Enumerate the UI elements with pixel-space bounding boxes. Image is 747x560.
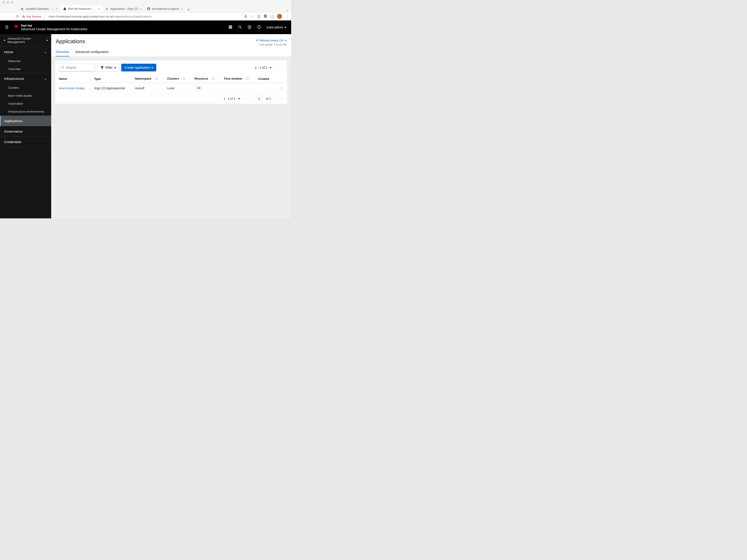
pager-next-icon[interactable]: › <box>280 66 283 69</box>
browser-tab[interactable]: burrsutter/acm-argocd × <box>145 5 185 12</box>
extension-icon[interactable]: ▥ <box>257 14 260 19</box>
col-type[interactable]: Type↕ <box>91 75 131 83</box>
col-name[interactable]: Name↕ <box>55 75 91 83</box>
pager-first-icon[interactable]: « <box>243 97 247 100</box>
bookmark-icon[interactable]: ☆ <box>251 14 254 19</box>
caret-down-icon[interactable]: ▾ <box>270 66 272 69</box>
tab-close-icon[interactable]: × <box>55 7 58 11</box>
browser-toolbar-right: ☆ ▥ ◫ ⋮ <box>244 14 289 19</box>
brand-bottom: Advanced Cluster Management for Kubernet… <box>21 27 87 31</box>
traffic-minimize[interactable] <box>7 1 9 4</box>
add-icon[interactable] <box>248 25 251 29</box>
hamburger-icon[interactable]: ☰ <box>5 25 9 30</box>
col-namespace[interactable]: Namespace↕ⓘ <box>131 75 163 83</box>
search-box[interactable] <box>59 64 95 71</box>
forward-icon[interactable]: → <box>9 14 13 19</box>
browser-tab[interactable]: ◉ Applications - Argo CD × <box>103 5 145 12</box>
traffic-close[interactable] <box>2 1 5 4</box>
nav-item-infra-env[interactable]: Infrastructure environments <box>0 108 51 116</box>
user-menu[interactable]: kube:admin ▾ <box>267 25 286 29</box>
reload-icon[interactable]: ⟳ <box>16 14 19 19</box>
nav-item-overview[interactable]: Overview <box>0 65 51 73</box>
search-input[interactable] <box>66 66 93 69</box>
help-icon[interactable]: ⓘ <box>212 77 214 80</box>
browser-tab[interactable]: ◐ Installed Operators · Red Hat O × <box>18 5 60 12</box>
perspective-switcher[interactable]: ✦ Advanced Cluster Management ▾ <box>0 34 51 47</box>
nav-section-label: Home <box>4 50 13 54</box>
tab-advanced-config[interactable]: Advanced configuration <box>75 50 108 56</box>
caret-down-icon: ▾ <box>285 39 287 42</box>
nav-item-bare-metal[interactable]: Bare metal assets <box>0 92 51 100</box>
col-resource[interactable]: Resource↕ⓘ <box>191 75 220 83</box>
tab-list-chevron-icon[interactable]: ⌄ <box>283 8 291 12</box>
tab-close-icon[interactable]: × <box>98 7 101 11</box>
applications-card: Filter ▾ Create application ▾ 1 - 1 of 1… <box>55 60 287 104</box>
traffic-zoom[interactable] <box>11 1 14 4</box>
app-type[interactable]: Argo CD ApplicationSet <box>94 86 125 90</box>
pager-prev-icon[interactable]: ‹ <box>274 66 278 69</box>
app-launcher-icon[interactable] <box>229 25 232 29</box>
profile-avatar[interactable] <box>277 14 282 19</box>
row-actions-kebab-icon[interactable]: ⋮ <box>277 83 287 93</box>
redhat-logo-icon <box>14 24 19 30</box>
create-application-button[interactable]: Create application ▾ <box>121 64 156 71</box>
security-indicator[interactable]: Not Secure <box>22 15 41 18</box>
extensions-puzzle-icon[interactable] <box>264 14 267 19</box>
refresh-dropdown[interactable]: ⟳ Refresh every 15s ▾ <box>256 39 287 42</box>
nav-section-infrastructure[interactable]: Infrastructure ⌄ <box>0 73 51 84</box>
share-icon[interactable] <box>244 14 248 19</box>
tab-close-icon[interactable]: × <box>180 7 183 11</box>
caret-down-icon: ▾ <box>152 66 153 69</box>
table-row: local-cluster-myapp Argo CD ApplicationS… <box>55 83 287 93</box>
pager-last-icon[interactable]: » <box>280 97 283 100</box>
kebab-menu-icon[interactable]: ⋮ <box>285 14 289 19</box>
nav-item-credentials[interactable]: Credentials <box>0 137 51 147</box>
last-update: Last update: 5:19:24 PM <box>256 43 287 46</box>
nav-item-applications[interactable]: Applications <box>0 116 51 126</box>
help-icon[interactable]: ⓘ <box>246 77 249 80</box>
panel-icon[interactable]: ◫ <box>271 14 274 19</box>
url-bar[interactable]: https://multicloud-console.apps.london.b… <box>48 15 241 18</box>
chevron-down-icon: ⌄ <box>44 76 47 80</box>
page-number-input[interactable] <box>256 96 263 101</box>
nav-item-governance[interactable]: Governance <box>0 126 51 136</box>
nav-item-clusters[interactable]: Clusters <box>0 84 51 92</box>
page-title: Applications <box>56 38 85 45</box>
url-host: ://multicloud-console.apps.london.burr-o… <box>55 15 120 18</box>
filter-button[interactable]: Filter ▾ <box>98 64 119 71</box>
search-icon[interactable] <box>238 25 242 29</box>
nav-item-welcome[interactable]: Welcome <box>0 57 51 65</box>
caret-down-icon[interactable]: ▾ <box>238 97 240 100</box>
sort-icon: ↕ <box>243 77 245 80</box>
col-clusters[interactable]: Clusters↕ⓘ <box>163 75 191 83</box>
favicon-icon: ◉ <box>105 7 109 11</box>
search-icon <box>61 66 64 69</box>
user-menu-label: kube:admin <box>267 25 283 29</box>
help-icon[interactable]: ⓘ <box>183 77 185 80</box>
app-time-window <box>220 83 255 93</box>
resource-badge: Git <box>195 86 203 90</box>
app-masthead: ☰ Red Hat Advanced Cluster Management fo… <box>0 21 291 34</box>
favicon-icon <box>147 7 150 11</box>
nav-item-automation[interactable]: Automation <box>0 100 51 108</box>
brand: Red Hat Advanced Cluster Management for … <box>14 24 87 31</box>
refresh-label: Refresh every 15s <box>260 39 284 42</box>
page-of-total: of 1 <box>266 97 271 100</box>
help-icon[interactable]: ⓘ <box>155 77 158 80</box>
pager-prev-icon[interactable]: ‹ <box>250 97 253 100</box>
back-icon[interactable]: ← <box>2 14 6 19</box>
tab-overview[interactable]: Overview <box>56 50 69 56</box>
caret-down-icon: ▾ <box>285 25 286 29</box>
page-header: Applications ⟳ Refresh every 15s ▾ Last … <box>51 34 291 56</box>
help-icon[interactable] <box>257 25 261 29</box>
security-label: Not Secure <box>26 15 41 18</box>
col-time-window[interactable]: Time window↕ⓘ <box>220 75 255 83</box>
tab-close-icon[interactable]: × <box>139 7 142 11</box>
app-name-link[interactable]: local-cluster-myapp <box>59 86 85 90</box>
col-created[interactable]: Created↕ <box>255 75 277 83</box>
new-tab-button[interactable]: + <box>185 7 192 12</box>
nav-section-home[interactable]: Home ⌄ <box>0 47 51 57</box>
sort-icon: ↕ <box>102 78 103 80</box>
browser-tab[interactable]: 🎩 Red Hat Advanced Cluster Man × <box>60 5 103 12</box>
pager-next-icon[interactable]: › <box>274 97 277 100</box>
